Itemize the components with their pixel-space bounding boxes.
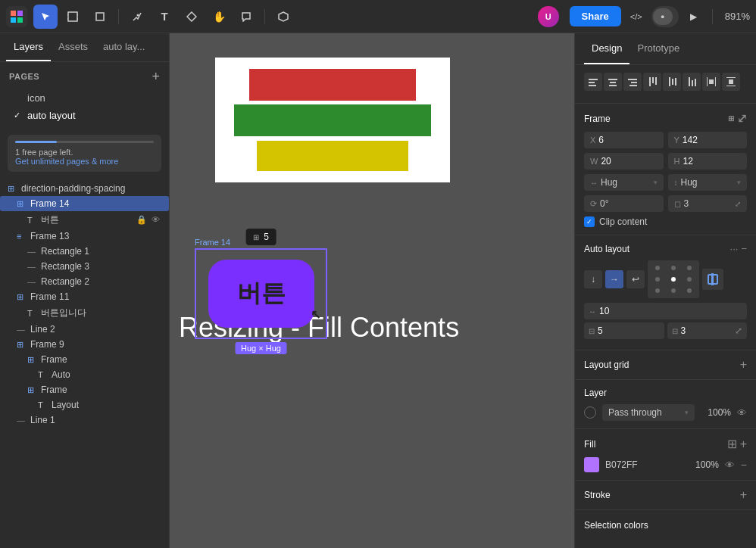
- align-bottom-btn[interactable]: [683, 73, 701, 91]
- page-item-icon[interactable]: icon: [9, 89, 160, 107]
- fill-add-btn[interactable]: +: [740, 437, 747, 451]
- al-settings-btn[interactable]: ···: [730, 243, 739, 254]
- user-avatar[interactable]: U: [538, 6, 559, 27]
- svg-rect-36: [729, 79, 733, 84]
- frame14-box[interactable]: ⊞ 5 버튼 ↖ Hug × Hug: [195, 248, 327, 339]
- layer-layout-text[interactable]: T Layout: [0, 397, 169, 413]
- canvas-frame-box[interactable]: [215, 58, 450, 182]
- distribute-h-btn[interactable]: [702, 73, 720, 91]
- layer-button[interactable]: T 버튼 🔒 👁: [0, 211, 169, 229]
- stroke-align-icon[interactable]: [702, 269, 723, 290]
- align-left-btn[interactable]: [584, 73, 602, 91]
- frame-expand-icon[interactable]: ⊞: [728, 114, 734, 123]
- plugins-btn[interactable]: [271, 5, 295, 29]
- shape-tool-btn[interactable]: [88, 5, 112, 29]
- layer-visibility-icon[interactable]: 👁: [737, 407, 747, 419]
- tab-design[interactable]: Design: [584, 33, 629, 64]
- y-field[interactable]: Y 142: [668, 132, 748, 148]
- move-tool-btn[interactable]: [33, 5, 58, 29]
- play-btn[interactable]: ▶: [682, 5, 706, 29]
- upgrade-link[interactable]: Get unlimited pages & more: [15, 157, 118, 166]
- layer-button-text[interactable]: T 버튼입니다: [0, 304, 169, 322]
- layer-label: Line 2: [30, 324, 161, 335]
- hand-tool-btn[interactable]: ✋: [207, 5, 231, 29]
- tab-assets[interactable]: Assets: [51, 33, 95, 61]
- al-padding-v-field[interactable]: ⊟ 3 ⤢: [667, 322, 748, 339]
- layer-blend-title: Layer: [584, 388, 747, 398]
- distribute-v-btn[interactable]: [722, 73, 740, 91]
- al-expand-icon[interactable]: ⤢: [735, 325, 742, 336]
- pen-tool-btn[interactable]: [125, 5, 149, 29]
- text-tool-btn[interactable]: T: [152, 5, 177, 29]
- align-row-1: [584, 73, 747, 91]
- align-top-btn[interactable]: [643, 73, 661, 91]
- layout-grid-add-btn[interactable]: +: [740, 358, 747, 372]
- fill-color-swatch[interactable]: [584, 457, 599, 472]
- frame-tool-btn[interactable]: [61, 5, 85, 29]
- left-sidebar: Layers Assets auto lay... Pages + icon ✓…: [0, 33, 170, 548]
- al-gap-field[interactable]: ↔ 10: [584, 303, 747, 319]
- clip-content-checkbox[interactable]: ✓: [584, 216, 595, 227]
- layer-frame-13[interactable]: ≡ Frame 13: [0, 229, 169, 244]
- zoom-level: 891%: [725, 11, 750, 22]
- play-toggle[interactable]: ●: [651, 6, 679, 27]
- layer-label: Line 1: [30, 415, 161, 425]
- fill-remove-btn[interactable]: −: [741, 459, 747, 471]
- tab-prototype[interactable]: Prototype: [629, 33, 687, 64]
- layer-direction-padding-spacing[interactable]: ⊞ direction-padding-spacing: [0, 181, 169, 196]
- code-view-btn[interactable]: </>: [624, 5, 648, 29]
- add-page-button[interactable]: +: [152, 70, 160, 83]
- corner-field[interactable]: ◻ 3 ⤢: [668, 195, 748, 212]
- layer-label: Frame 11: [30, 291, 161, 302]
- page-item-auto-layout[interactable]: ✓ auto layout: [9, 107, 160, 124]
- layer-frame-9[interactable]: ⊞ Frame 9: [0, 337, 169, 352]
- layer-line-2[interactable]: — Line 2: [0, 322, 169, 337]
- layer-auto-text[interactable]: T Auto: [0, 367, 169, 382]
- layer-blend-row: Pass through ▾ 100% 👁: [584, 404, 747, 421]
- stroke-header: Stroke +: [584, 488, 747, 502]
- svg-rect-23: [652, 77, 654, 83]
- direction-down-btn[interactable]: ↓: [584, 270, 602, 288]
- blend-mode-select[interactable]: Pass through ▾: [602, 404, 695, 421]
- share-button[interactable]: Share: [570, 6, 621, 26]
- al-padding-h-field[interactable]: ⊟ 5: [584, 322, 664, 339]
- layer-frame-11[interactable]: ⊞ Frame 11: [0, 289, 169, 304]
- visibility-icon[interactable]: 👁: [150, 214, 161, 226]
- al-remove-btn[interactable]: −: [741, 243, 747, 254]
- w-field[interactable]: W 20: [584, 153, 664, 170]
- fill-grid-icon[interactable]: ⊞: [727, 437, 737, 451]
- x-field[interactable]: X 6: [584, 132, 664, 148]
- layer-rect-1[interactable]: — Rectangle 1: [0, 244, 169, 259]
- frame-section-header: Frame ⊞ ⤢: [584, 111, 747, 126]
- layer-rect-2[interactable]: — Rectangle 2: [0, 274, 169, 289]
- layer-rect-3[interactable]: — Rectangle 3: [0, 259, 169, 274]
- frame-icon: ⊞: [17, 292, 27, 302]
- layer-frame-inner[interactable]: ⊞ Frame: [0, 352, 169, 367]
- layer-frame-inner2[interactable]: ⊞ Frame: [0, 382, 169, 397]
- tab-auto-layout[interactable]: auto lay...: [95, 33, 152, 61]
- canvas[interactable]: Resizing - Fill Contents Frame 14 ⊞ 5 버튼…: [170, 33, 574, 548]
- direction-right-btn[interactable]: →: [605, 270, 623, 288]
- spacing-grid[interactable]: [648, 260, 699, 298]
- align-center-h-btn[interactable]: [604, 73, 622, 91]
- align-center-v-btn[interactable]: [663, 73, 681, 91]
- component-tool-btn[interactable]: [180, 5, 204, 29]
- rotation-field[interactable]: ⟳ 0°: [584, 195, 664, 212]
- hug-x-field[interactable]: ↔ Hug ▾: [584, 174, 664, 191]
- clip-content-row: ✓ Clip content: [584, 216, 747, 227]
- direction-wrap-btn[interactable]: ↩: [626, 270, 645, 288]
- fill-visibility-icon[interactable]: 👁: [725, 459, 735, 471]
- align-right-btn[interactable]: [623, 73, 642, 91]
- tab-layers[interactable]: Layers: [6, 33, 51, 61]
- stroke-add-btn[interactable]: +: [740, 488, 747, 502]
- layer-label: Layout: [52, 400, 161, 410]
- h-field[interactable]: H 12: [668, 153, 748, 170]
- lock-icon[interactable]: 🔒: [135, 214, 148, 226]
- frame-more-icon[interactable]: ⤢: [737, 111, 747, 126]
- button-element[interactable]: 버튼 ↖: [208, 260, 314, 328]
- layer-line-1[interactable]: — Line 1: [0, 413, 169, 428]
- hug-y-field[interactable]: ↕ Hug ▾: [668, 174, 748, 191]
- app-logo[interactable]: [6, 6, 27, 27]
- layer-frame-14[interactable]: ⊞ Frame 14: [0, 196, 169, 211]
- comment-tool-btn[interactable]: [234, 5, 258, 29]
